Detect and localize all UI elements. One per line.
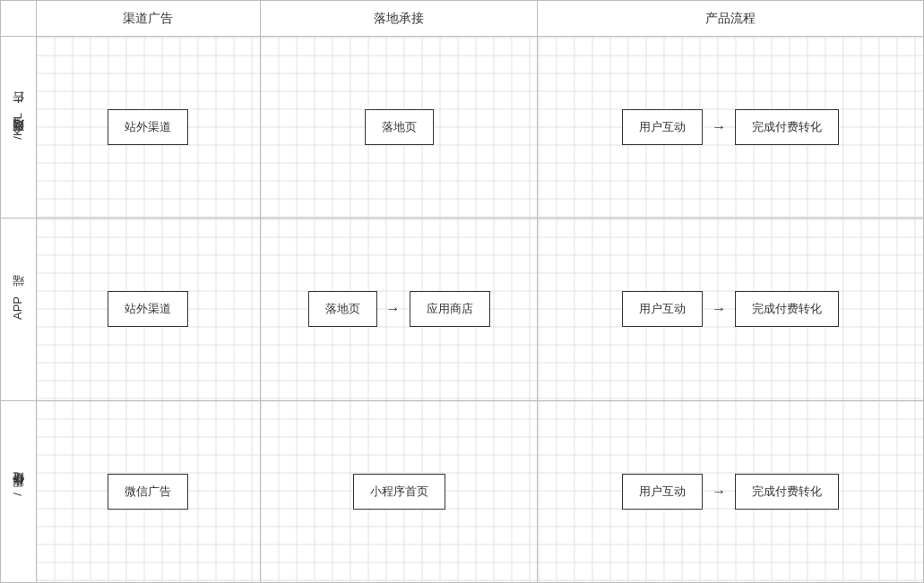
corner-cell: [1, 1, 37, 37]
flow-web-product: 用户互动 → 完成付费转化: [538, 37, 923, 218]
arrow-app-product-1: →: [712, 301, 726, 317]
flow-app-product: 用户互动 → 完成付费转化: [538, 219, 923, 399]
flow-web-landing: 落地页: [261, 37, 538, 218]
box-app-product-1: 用户互动: [622, 291, 703, 327]
box-web-landing-1: 落地页: [365, 109, 434, 145]
box-app-product-2: 完成付费转化: [735, 291, 839, 327]
box-mini-product-1: 用户互动: [622, 474, 703, 510]
box-app-landing-2: 应用商店: [410, 291, 490, 327]
box-mini-product-2: 完成付费转化: [735, 474, 839, 510]
cell-web-channel: 站外渠道: [36, 37, 260, 219]
cell-app-landing: 落地页 → 应用商店: [260, 219, 538, 400]
box-web-channel-1: 站外渠道: [108, 109, 188, 145]
box-web-product-2: 完成付费转化: [735, 109, 839, 145]
cell-mini-channel: 微信广告: [36, 400, 260, 582]
box-mini-landing-1: 小程序首页: [353, 474, 445, 510]
flow-mini-landing: 小程序首页: [261, 401, 538, 582]
cell-web-landing: 落地页: [260, 37, 538, 219]
cell-app-channel: 站外渠道: [36, 219, 260, 400]
header-product: 产品流程: [538, 1, 924, 37]
cell-web-product: 用户互动 → 完成付费转化: [538, 37, 924, 219]
box-web-product-1: 用户互动: [622, 109, 703, 145]
cell-mini-product: 用户互动 → 完成付费转化: [538, 400, 924, 582]
box-app-landing-1: 落地页: [308, 291, 377, 327]
header-channel: 渠道广告: [36, 1, 260, 37]
flow-mini-channel: 微信广告: [37, 401, 260, 582]
arrow-mini-product-1: →: [712, 484, 726, 500]
flow-app-channel: 站外渠道: [37, 219, 260, 399]
box-mini-channel-1: 微信广告: [108, 474, 188, 510]
flow-mini-product: 用户互动 → 完成付费转化: [538, 401, 923, 582]
header-landing: 落地承接: [260, 1, 538, 37]
flow-app-landing: 落地页 → 应用商店: [261, 219, 538, 399]
box-app-channel-1: 站外渠道: [108, 291, 188, 327]
cell-app-product: 用户互动 → 完成付费转化: [538, 219, 924, 400]
flow-web-channel: 站外渠道: [37, 37, 260, 218]
arrow-web-product-1: →: [712, 119, 726, 135]
cell-mini-landing: 小程序首页: [260, 400, 538, 582]
row-label-app: APP端: [1, 219, 37, 400]
row-label-mini: 小程序/短链: [1, 400, 37, 582]
arrow-app-landing-1: →: [386, 301, 401, 317]
row-label-web: 网页端/KOL广告: [1, 37, 37, 219]
